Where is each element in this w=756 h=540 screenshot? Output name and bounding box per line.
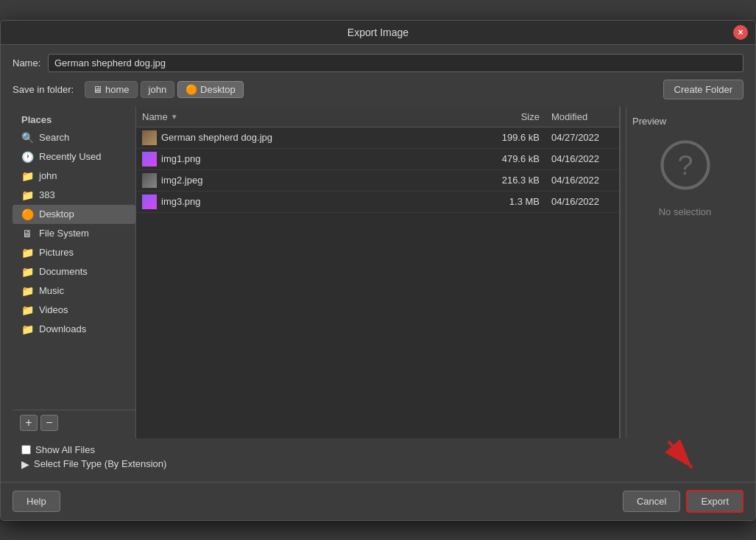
john-breadcrumb-label: john xyxy=(149,84,167,95)
file-list-header: Name ▼ Size Modified xyxy=(136,107,619,127)
sidebar-item-383[interactable]: 📁 383 xyxy=(13,186,135,205)
search-icon: 🔍 xyxy=(21,132,33,144)
sidebar-item-videos-label: Videos xyxy=(39,304,68,315)
cancel-button[interactable]: Cancel xyxy=(623,491,680,512)
sidebar-item-documents[interactable]: 📁 Documents xyxy=(13,262,135,281)
sidebar-item-search[interactable]: 🔍 Search xyxy=(13,128,135,147)
table-row[interactable]: img1.png 479.6 kB 04/16/2022 xyxy=(136,149,619,170)
file-thumbnail-png3 xyxy=(142,194,157,209)
sidebar-item-music-label: Music xyxy=(39,285,64,296)
table-row[interactable]: German shepherd dog.jpg 199.6 kB 04/27/2… xyxy=(136,127,619,149)
file-thumbnail-jpg xyxy=(142,130,157,145)
file-size-cell: 216.3 kB xyxy=(479,175,545,186)
show-all-files-row[interactable]: Show All Files xyxy=(21,444,735,455)
dialog-footer: Help Cancel Export xyxy=(1,482,755,520)
john-folder-icon: 📁 xyxy=(21,170,33,182)
close-button[interactable]: × xyxy=(733,25,748,40)
sidebar-item-documents-label: Documents xyxy=(39,266,88,277)
videos-icon: 📁 xyxy=(21,304,33,316)
export-image-dialog: Export Image × Name: Save in folder: 🖥 h… xyxy=(0,20,756,521)
preview-no-selection-icon: ? xyxy=(656,136,715,194)
sidebar-item-downloads[interactable]: 📁 Downloads xyxy=(13,320,135,339)
table-row[interactable]: img3.png 1.3 MB 04/16/2022 xyxy=(136,192,619,213)
preview-title: Preview xyxy=(632,116,666,127)
sidebar-item-pictures[interactable]: 📁 Pictures xyxy=(13,243,135,262)
home-breadcrumb-icon: 🖥 xyxy=(93,84,102,95)
column-name-header[interactable]: Name ▼ xyxy=(136,107,479,127)
sidebar-item-recently-used[interactable]: 🕐 Recently Used xyxy=(13,147,135,166)
sidebar-item-filesystem[interactable]: 🖥 File System xyxy=(13,224,135,243)
breadcrumb-area: 🖥 home john 🟠 Desktop xyxy=(85,81,657,98)
sidebar-item-videos[interactable]: 📁 Videos xyxy=(13,301,135,320)
footer-right: Cancel Export xyxy=(623,490,743,513)
file-modified-cell: 04/27/2022 xyxy=(545,132,619,143)
export-button[interactable]: Export xyxy=(686,490,743,513)
folder-row: Save in folder: 🖥 home john 🟠 Desktop Cr… xyxy=(13,80,743,99)
title-bar: Export Image × xyxy=(1,21,755,45)
select-file-type-label: Select File Type (By Extension) xyxy=(34,458,166,469)
filesystem-icon: 🖥 xyxy=(21,228,33,239)
sidebar-item-desktop[interactable]: 🟠 Desktop xyxy=(13,205,135,224)
column-size-header[interactable]: Size xyxy=(479,107,545,127)
file-name-cell: img2.jpeg xyxy=(136,173,479,188)
select-file-type-row[interactable]: ▶ Select File Type (By Extension) xyxy=(21,458,735,470)
file-modified-cell: 04/16/2022 xyxy=(545,196,619,207)
sidebar-item-desktop-label: Desktop xyxy=(39,208,74,220)
table-row[interactable]: img2.jpeg 216.3 kB 04/16/2022 xyxy=(136,170,619,192)
sidebar-item-music[interactable]: 📁 Music xyxy=(13,281,135,301)
show-all-files-label: Show All Files xyxy=(35,444,95,455)
no-selection-label: No selection xyxy=(659,206,712,217)
sidebar-item-downloads-label: Downloads xyxy=(39,323,86,334)
remove-bookmark-button[interactable]: − xyxy=(40,415,58,431)
home-breadcrumb-label: home xyxy=(105,84,130,95)
show-all-files-checkbox[interactable] xyxy=(21,445,31,455)
file-size-cell: 1.3 MB xyxy=(479,196,545,207)
file-size-cell: 199.6 kB xyxy=(479,132,545,143)
name-row: Name: xyxy=(13,54,743,72)
file-modified-cell: 04/16/2022 xyxy=(545,153,619,164)
sidebar-item-search-label: Search xyxy=(39,132,69,143)
breadcrumb-desktop[interactable]: 🟠 Desktop xyxy=(177,81,244,98)
file-thumbnail-jpeg xyxy=(142,173,157,188)
file-thumbnail-png1 xyxy=(142,152,157,166)
dialog-body: Name: Save in folder: 🖥 home john 🟠 Desk… xyxy=(1,45,755,482)
dialog-title: Export Image xyxy=(347,27,409,38)
name-input[interactable] xyxy=(48,54,743,72)
music-icon: 📁 xyxy=(21,285,33,297)
main-area: Places 🔍 Search 🕐 Recently Used 📁 john 📁… xyxy=(13,107,743,438)
file-size-cell: 479.6 kB xyxy=(479,153,545,164)
file-list-area: Name ▼ Size Modified German xyxy=(136,107,620,438)
sidebar-item-recently-used-label: Recently Used xyxy=(39,151,102,162)
add-bookmark-button[interactable]: + xyxy=(20,415,38,431)
383-folder-icon: 📁 xyxy=(21,189,33,201)
downloads-icon: 📁 xyxy=(21,323,33,335)
column-modified-header[interactable]: Modified xyxy=(545,107,619,127)
sort-arrow-icon: ▼ xyxy=(171,113,178,121)
pictures-icon: 📁 xyxy=(21,247,33,259)
bottom-options: Show All Files ▶ Select File Type (By Ex… xyxy=(13,438,743,473)
sidebar-bottom: + − xyxy=(13,410,135,435)
desktop-icon: 🟠 xyxy=(21,208,33,220)
breadcrumb-home[interactable]: 🖥 home xyxy=(85,81,138,98)
create-folder-button[interactable]: Create Folder xyxy=(663,80,743,99)
sidebar: Places 🔍 Search 🕐 Recently Used 📁 john 📁… xyxy=(13,107,136,438)
file-name-cell: German shepherd dog.jpg xyxy=(136,130,479,145)
help-button[interactable]: Help xyxy=(13,491,60,512)
svg-text:?: ? xyxy=(677,149,693,180)
footer-left: Help xyxy=(13,491,60,512)
desktop-breadcrumb-label: Desktop xyxy=(200,84,236,95)
file-list-body: German shepherd dog.jpg 199.6 kB 04/27/2… xyxy=(136,127,619,438)
recently-used-icon: 🕐 xyxy=(21,151,33,163)
expand-icon: ▶ xyxy=(21,458,29,470)
preview-area: Preview ? No selection xyxy=(626,107,743,438)
sidebar-item-filesystem-label: File System xyxy=(39,228,89,239)
sidebar-item-pictures-label: Pictures xyxy=(39,247,74,258)
documents-icon: 📁 xyxy=(21,266,33,278)
save-in-folder-label: Save in folder: xyxy=(13,84,79,95)
sidebar-item-john[interactable]: 📁 john xyxy=(13,166,135,186)
sidebar-item-john-label: john xyxy=(39,170,57,181)
sidebar-header: Places xyxy=(13,110,135,128)
file-name-cell: img1.png xyxy=(136,152,479,166)
breadcrumb-john[interactable]: john xyxy=(141,81,175,98)
file-name-cell: img3.png xyxy=(136,194,479,209)
